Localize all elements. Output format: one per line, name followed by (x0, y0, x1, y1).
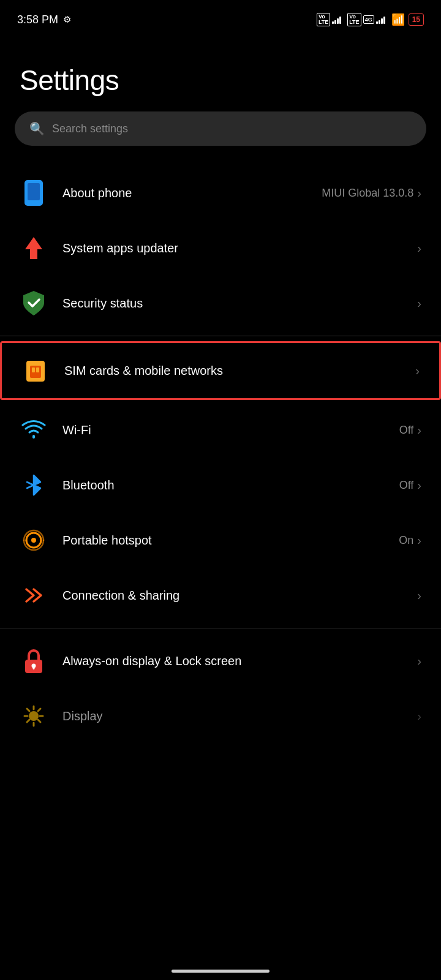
bottom-nav-indicator (172, 970, 270, 973)
settings-item-system-apps-updater[interactable]: System apps updater › (0, 221, 441, 276)
about-phone-content: About phone MIUI Global 13.0.8 › (62, 186, 421, 200)
lock-svg-icon (21, 647, 46, 674)
settings-item-security-status[interactable]: Security status › (0, 276, 441, 331)
status-icons: VoLTE VoLTE 4G 📶 15 (317, 13, 424, 26)
wifi-right: Off › (399, 423, 421, 437)
svg-rect-10 (33, 666, 35, 669)
always-on-display-right: › (417, 654, 421, 668)
chevron-icon: › (417, 186, 421, 200)
system-apps-right: › (417, 241, 421, 255)
security-status-icon (20, 289, 48, 317)
hotspot-status-text: On (399, 534, 413, 547)
svg-rect-6 (36, 368, 39, 372)
connection-sharing-icon (20, 581, 48, 609)
divider-2 (0, 628, 441, 628)
chevron-icon: › (417, 709, 421, 723)
bluetooth-label: Bluetooth (62, 478, 115, 492)
about-phone-right: MIUI Global 13.0.8 › (322, 186, 421, 200)
display-label: Display (62, 709, 103, 723)
settings-item-sim-cards[interactable]: SIM cards & mobile networks › (0, 341, 441, 400)
battery-icon: 15 (409, 13, 424, 26)
chevron-icon: › (417, 533, 421, 548)
search-icon: 🔍 (29, 121, 45, 136)
settings-item-about-phone[interactable]: About phone MIUI Global 13.0.8 › (0, 165, 441, 221)
display-svg-icon (21, 703, 47, 729)
svg-line-18 (38, 709, 40, 711)
settings-list: About phone MIUI Global 13.0.8 › System … (0, 165, 441, 767)
sim-cards-icon (21, 356, 50, 385)
connection-sharing-content: Connection & sharing › (62, 589, 421, 603)
arrow-up-svg-icon (21, 235, 46, 262)
svg-rect-4 (30, 366, 41, 378)
chevron-icon: › (417, 654, 421, 668)
portable-hotspot-content: Portable hotspot On › (62, 533, 421, 548)
svg-marker-2 (25, 237, 42, 259)
portable-hotspot-icon (20, 526, 48, 554)
security-status-label: Security status (62, 296, 143, 311)
settings-item-bluetooth[interactable]: Bluetooth Off › (0, 458, 441, 513)
connection-sharing-label: Connection & sharing (62, 589, 179, 603)
sim-svg-icon (24, 357, 47, 384)
svg-line-16 (27, 709, 29, 711)
shield-svg-icon (21, 290, 47, 317)
settings-item-connection-sharing[interactable]: Connection & sharing › (0, 568, 441, 623)
bluetooth-right: Off › (399, 478, 421, 492)
signal-group-1: VoLTE (317, 13, 341, 26)
wifi-status-text: Off (399, 424, 414, 437)
security-status-right: › (417, 296, 421, 311)
chevron-icon: › (417, 296, 421, 311)
bluetooth-icon (20, 471, 48, 499)
always-on-display-content: Always-on display & Lock screen › (62, 653, 421, 669)
search-bar[interactable]: 🔍 Search settings (15, 111, 426, 146)
signal-bars-1 (332, 15, 341, 24)
connection-svg-icon (20, 582, 47, 609)
chevron-icon: › (417, 589, 421, 603)
bluetooth-svg-icon (21, 472, 47, 499)
wifi-content: Wi-Fi Off › (62, 423, 421, 437)
svg-line-17 (38, 720, 40, 722)
display-icon (20, 702, 48, 730)
4g-badge: 4G (363, 15, 374, 24)
settings-item-display[interactable]: Display › (0, 688, 441, 767)
svg-rect-1 (28, 183, 40, 200)
always-on-display-label: Always-on display & Lock screen (62, 653, 241, 669)
time-text: 3:58 PM (17, 13, 58, 26)
hotspot-svg-icon (20, 527, 47, 554)
settings-item-always-on-display[interactable]: Always-on display & Lock screen › (0, 633, 441, 688)
chevron-icon: › (417, 423, 421, 437)
svg-rect-5 (32, 368, 35, 372)
divider-1 (0, 336, 441, 336)
portable-hotspot-right: On › (399, 533, 421, 548)
about-phone-label: About phone (62, 186, 132, 200)
chevron-icon: › (417, 241, 421, 255)
wifi-svg-icon (21, 417, 47, 443)
portable-hotspot-label: Portable hotspot (62, 533, 152, 548)
status-bar: 3:58 PM ⚙ VoLTE VoLTE 4G 📶 15 (0, 0, 441, 34)
signal-bars-2 (376, 15, 385, 24)
chevron-icon: › (415, 364, 420, 378)
connection-sharing-right: › (417, 589, 421, 603)
signal-group-2: VoLTE 4G (347, 13, 385, 26)
svg-point-7 (31, 538, 36, 543)
sim-cards-right: › (415, 364, 420, 378)
miui-version: MIUI Global 13.0.8 (322, 187, 413, 200)
page-title: Settings (0, 34, 441, 111)
system-apps-content: System apps updater › (62, 241, 421, 255)
wifi-icon (20, 416, 48, 444)
search-placeholder: Search settings (52, 123, 128, 135)
bluetooth-content: Bluetooth Off › (62, 478, 421, 492)
volte-badge-2: VoLTE (347, 13, 361, 26)
volte-badge-1: VoLTE (317, 13, 330, 26)
wifi-label: Wi-Fi (62, 423, 91, 437)
status-time: 3:58 PM ⚙ (17, 13, 71, 26)
gear-icon: ⚙ (63, 14, 71, 25)
display-content: Display › (62, 709, 421, 723)
settings-item-portable-hotspot[interactable]: Portable hotspot On › (0, 513, 441, 568)
sim-cards-content: SIM cards & mobile networks › (64, 364, 420, 378)
phone-svg-icon (23, 179, 45, 206)
chevron-icon: › (417, 478, 421, 492)
sim-cards-label: SIM cards & mobile networks (64, 364, 223, 378)
system-apps-updater-icon (20, 234, 48, 262)
settings-item-wifi[interactable]: Wi-Fi Off › (0, 402, 441, 458)
always-on-display-icon (20, 647, 48, 675)
